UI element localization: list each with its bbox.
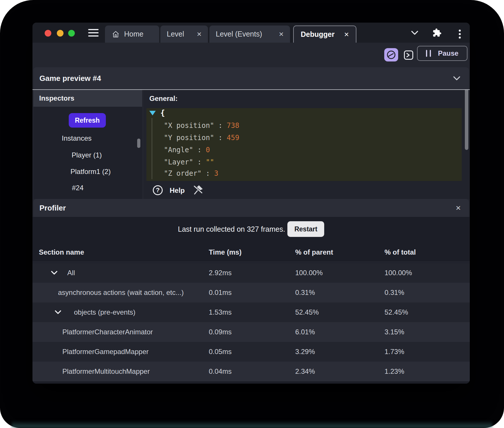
table-row[interactable]: asynchronous actions (wait action, etc..… (32, 283, 470, 302)
close-tab-icon[interactable]: × (344, 30, 349, 39)
parent-value: 3.29% (295, 348, 315, 356)
collapse-chevron-icon[interactable] (55, 310, 61, 315)
table-header-border (32, 262, 470, 262)
refresh-button[interactable]: Refresh (69, 113, 106, 128)
pause-label: Pause (438, 49, 458, 57)
indent-guide (152, 118, 152, 179)
section-name: asynchronous actions (wait action, etc..… (58, 289, 184, 297)
profiler-status-row: Last run collected on 327 frames. Restar… (32, 221, 470, 237)
tree-item-platform1[interactable]: Platform1 (2) (70, 168, 111, 176)
help-button[interactable]: ? (153, 185, 163, 195)
tree-item-instances[interactable]: Instances (62, 134, 92, 142)
section-name: PlatformerMultitouchMapper (62, 367, 150, 376)
close-tab-icon[interactable]: × (197, 30, 202, 38)
inspectors-panel: Inspectors Refresh Instances Player (1) … (33, 90, 142, 199)
tab-label: Home (124, 30, 144, 38)
total-value: 0.31% (385, 289, 404, 297)
refresh-label: Refresh (75, 117, 100, 124)
time-value: 0.01ms (209, 289, 232, 297)
close-profiler-icon[interactable]: × (456, 203, 461, 213)
close-window-button[interactable] (45, 30, 51, 37)
total-value: 52.45% (385, 308, 408, 316)
table-row[interactable]: PlatformerMultitouchMapper 0.04ms 2.34% … (32, 362, 470, 381)
column-time: Time (ms) (209, 248, 242, 256)
restart-button[interactable]: Restart (287, 221, 324, 237)
profiler-status-text: Last run collected on 327 frames. (178, 225, 285, 233)
time-value: 0.04ms (209, 367, 232, 376)
screenshot-stage: Home Level × Level (Events) × Debugger × (0, 0, 504, 428)
tab-level-events[interactable]: Level (Events) × (209, 26, 290, 43)
property-y-position: "Y position" : 459 (164, 133, 239, 142)
time-value: 1.53ms (209, 308, 232, 316)
home-icon (112, 30, 119, 38)
gdevelop-window: Home Level × Level (Events) × Debugger × (32, 23, 470, 384)
time-value: 2.92ms (209, 269, 232, 277)
question-mark-icon: ? (156, 186, 159, 194)
table-row[interactable]: All 2.92ms 100.00% 100.00% (32, 263, 470, 283)
profiler-body: Last run collected on 327 frames. Restar… (32, 217, 470, 384)
parent-value: 2.34% (295, 367, 315, 376)
tab-label: Debugger (301, 30, 335, 39)
section-name: All (67, 269, 75, 277)
tree-item-instance-24[interactable]: #24 (72, 184, 84, 192)
tab-debugger[interactable]: Debugger × (293, 26, 356, 43)
console-button[interactable] (404, 50, 413, 60)
collapse-chevron-icon[interactable] (51, 271, 58, 275)
section-name: PlatformerCharacterAnimator (62, 328, 153, 336)
parent-value: 100.00% (295, 269, 323, 277)
inspectors-title: Inspectors (39, 94, 74, 102)
column-pct-parent: % of parent (295, 248, 333, 256)
table-row[interactable]: PlatformerGamepadMapper 0.05ms 3.29% 1.7… (32, 342, 470, 362)
expand-triangle-icon[interactable] (149, 111, 156, 115)
backdrop-glow (12, 420, 492, 428)
table-row[interactable]: PlatformerCharacterAnimator 0.09ms 6.01%… (32, 322, 470, 342)
parent-value: 6.01% (295, 328, 315, 336)
help-label[interactable]: Help (170, 186, 185, 195)
debugger-toolbar: Pause (32, 43, 470, 67)
section-name: PlatformerGamepadMapper (62, 348, 148, 356)
minimize-window-button[interactable] (57, 30, 64, 37)
column-pct-total: % of total (385, 248, 416, 256)
profiler-title: Profiler (39, 204, 66, 213)
section-name: objects (pre-events) (74, 308, 135, 316)
tab-label: Level (Events) (216, 30, 262, 38)
properties-json-view: { "X position" : 738 "Y position" : 459 … (146, 108, 462, 181)
close-tab-icon[interactable]: × (279, 30, 284, 38)
total-value: 100.00% (385, 269, 412, 277)
table-row[interactable]: objects (pre-events) 1.53ms 52.45% 52.45… (32, 302, 470, 322)
property-z-order: "Z order" : 3 (164, 169, 218, 178)
tab-level[interactable]: Level × (160, 26, 208, 43)
time-value: 0.09ms (209, 328, 232, 336)
column-section-name: Section name (39, 248, 84, 256)
property-layer: "Layer" : "" (164, 157, 214, 167)
menu-icon[interactable] (88, 29, 99, 37)
console-chevron-icon (406, 52, 411, 58)
game-preview-title: Game preview #4 (39, 74, 101, 83)
total-value: 3.15% (385, 328, 404, 336)
total-value: 1.23% (385, 367, 404, 376)
profiler-gauge-button[interactable] (384, 48, 398, 61)
profiler-header: Profiler × (33, 199, 469, 217)
titlebar: Home Level × Level (Events) × Debugger × (32, 23, 470, 43)
property-x-position: "X position" : 738 (164, 121, 239, 130)
zoom-window-button[interactable] (68, 30, 75, 37)
chevron-down-icon[interactable] (411, 30, 418, 35)
collapse-chevron-icon[interactable] (453, 76, 460, 81)
open-brace: { (160, 108, 165, 117)
inspectors-scrollbar[interactable] (137, 139, 140, 148)
unpin-icon[interactable] (193, 184, 204, 196)
game-preview-header[interactable]: Game preview #4 (33, 67, 469, 89)
tree-item-player[interactable]: Player (1) (72, 151, 102, 159)
pause-icon (426, 50, 431, 57)
gauge-icon (386, 50, 396, 60)
extensions-puzzle-icon[interactable] (432, 28, 442, 37)
more-options-kebab-icon[interactable] (459, 28, 461, 40)
property-angle: "Angle" : 0 (164, 145, 210, 155)
pause-button[interactable]: Pause (417, 46, 467, 61)
total-value: 1.73% (385, 348, 404, 356)
general-panel: General: { "X position" : 738 "Y positio… (144, 90, 470, 199)
time-value: 0.05ms (209, 348, 232, 356)
general-scrollbar[interactable] (465, 90, 468, 150)
tab-home[interactable]: Home (105, 26, 159, 43)
general-title: General: (149, 95, 177, 103)
